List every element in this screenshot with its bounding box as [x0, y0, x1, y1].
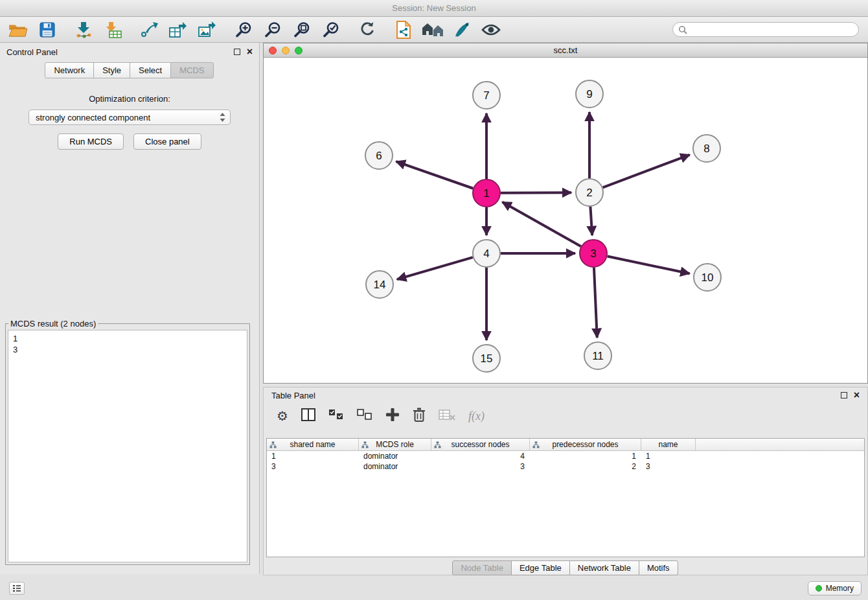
column-header-mcds-role[interactable]: MCDS role	[359, 439, 431, 450]
graph-node-1[interactable]: 1	[473, 179, 500, 207]
float-table-panel-icon[interactable]	[841, 392, 847, 398]
network-window-titlebar[interactable]: scc.txt	[264, 43, 867, 58]
graph-node-label: 3	[590, 248, 596, 260]
gear-icon: ⚙	[277, 409, 288, 423]
function-builder-button[interactable]: f(x)	[468, 410, 485, 423]
zoom-out-button[interactable]	[261, 19, 284, 40]
close-panel-button[interactable]: Close panel	[133, 133, 201, 150]
column-type-icon	[269, 441, 277, 448]
style-button[interactable]	[450, 19, 474, 40]
refresh-icon	[359, 21, 376, 38]
column-header-name[interactable]: name	[641, 439, 696, 450]
graph-node-4[interactable]: 4	[473, 240, 500, 267]
edge-4-14[interactable]	[397, 257, 473, 279]
graph-node-2[interactable]: 2	[576, 179, 603, 206]
select-all-button[interactable]	[328, 409, 344, 423]
mcds-result-line: 3	[13, 344, 242, 355]
edge-3-1[interactable]	[502, 202, 580, 246]
mcds-buttons: Run MCDS Close panel	[0, 133, 259, 150]
table-panel-tabs: Node Table Edge Table Network Table Moti…	[264, 560, 867, 575]
show-graphics-button[interactable]	[479, 19, 503, 40]
graph-node-11[interactable]: 11	[584, 342, 611, 369]
network-canvas[interactable]: 7968124314101511	[264, 58, 867, 383]
graph-node-label: 11	[592, 350, 604, 362]
edge-1-6[interactable]	[396, 161, 473, 189]
maximize-window-icon[interactable]	[295, 47, 303, 54]
zoom-selected-icon	[323, 21, 339, 38]
column-header-shared-name[interactable]: shared name	[267, 439, 359, 450]
edge-1-2[interactable]	[501, 192, 571, 193]
table-panel-header: Table Panel ×	[264, 387, 867, 403]
tab-edge-table[interactable]: Edge Table	[511, 560, 570, 575]
import-table-button[interactable]	[101, 19, 124, 40]
tab-network[interactable]: Network	[45, 62, 94, 78]
graph-node-14[interactable]: 14	[366, 271, 393, 298]
column-header-predecessor-nodes[interactable]: predecessor nodes	[530, 439, 641, 450]
cell-name: 3	[641, 461, 696, 472]
tab-style[interactable]: Style	[93, 62, 130, 78]
graph-node-6[interactable]: 6	[365, 142, 393, 169]
mcds-result-title: MCDS result (2 nodes)	[8, 319, 98, 329]
tab-select[interactable]: Select	[130, 62, 171, 78]
zoom-in-button[interactable]	[232, 19, 255, 40]
export-image-icon	[198, 21, 216, 38]
graph-node-15[interactable]: 15	[473, 345, 500, 372]
float-panel-icon[interactable]	[234, 49, 240, 55]
graph-node-9[interactable]: 9	[576, 80, 603, 108]
close-panel-icon[interactable]: ×	[247, 49, 253, 55]
table-panel-title: Table Panel	[271, 391, 834, 400]
memory-button[interactable]: Memory	[808, 581, 862, 595]
export-table-icon	[169, 21, 187, 38]
export-image-button[interactable]	[196, 19, 219, 40]
edge-3-10[interactable]	[608, 257, 690, 274]
network-view-window: scc.txt 7968124314101511	[263, 43, 868, 384]
show-columns-button[interactable]	[301, 408, 315, 424]
zoom-fit-button[interactable]	[290, 19, 314, 40]
graph-node-10[interactable]: 10	[694, 264, 721, 291]
tab-node-table[interactable]: Node Table	[452, 560, 512, 575]
apply-layout-button[interactable]	[356, 19, 379, 40]
graph-node-label: 10	[702, 271, 714, 284]
mcds-result-list[interactable]: 1 3	[8, 330, 247, 562]
close-table-panel-icon[interactable]: ×	[854, 392, 860, 398]
export-network-button[interactable]	[137, 19, 161, 40]
table-row[interactable]: 3 dominator 3 2 3	[267, 461, 864, 472]
graph-node-8[interactable]: 8	[693, 135, 720, 162]
graph-node-7[interactable]: 7	[473, 82, 500, 109]
edge-2-3[interactable]	[590, 207, 592, 235]
add-column-button[interactable]	[385, 408, 400, 424]
graph-node-label: 6	[376, 150, 382, 162]
delete-table-button[interactable]	[439, 408, 455, 424]
network-file-button[interactable]	[392, 19, 415, 40]
tab-mcds[interactable]: MCDS	[170, 62, 213, 78]
edge-3-11[interactable]	[594, 268, 597, 338]
cell-mcds-role: dominator	[359, 461, 431, 472]
tab-motifs[interactable]: Motifs	[639, 560, 678, 575]
delete-column-button[interactable]	[413, 407, 426, 425]
cell-predecessor-nodes: 1	[530, 451, 641, 461]
save-icon	[40, 22, 55, 38]
control-panel: Control Panel × Network Style Select MCD…	[0, 43, 260, 574]
graph-node-3[interactable]: 3	[580, 240, 607, 267]
tab-network-table[interactable]: Network Table	[569, 560, 639, 575]
export-table-button[interactable]	[166, 19, 190, 40]
save-session-button[interactable]	[36, 19, 59, 40]
unselect-all-button[interactable]	[357, 409, 372, 423]
minimize-window-icon[interactable]	[282, 47, 290, 54]
run-mcds-button[interactable]: Run MCDS	[58, 133, 124, 150]
open-session-button[interactable]	[6, 19, 30, 40]
table-settings-button[interactable]: ⚙	[277, 410, 288, 423]
column-header-successor-nodes[interactable]: successor nodes	[431, 439, 530, 450]
task-history-button[interactable]	[9, 582, 25, 595]
column-type-icon	[434, 441, 441, 448]
window-title: Session: New Session	[392, 3, 475, 13]
import-network-button[interactable]	[72, 19, 95, 40]
first-neighbors-button[interactable]	[421, 19, 444, 40]
close-window-icon[interactable]	[269, 47, 277, 54]
graph-node-label: 1	[483, 187, 489, 200]
edge-2-8[interactable]	[603, 155, 690, 187]
criterion-select[interactable]: strongly connected component	[29, 110, 231, 125]
table-row[interactable]: 1 dominator 4 1 1	[267, 451, 864, 461]
search-input[interactable]	[687, 25, 853, 34]
zoom-selected-button[interactable]	[319, 19, 343, 40]
